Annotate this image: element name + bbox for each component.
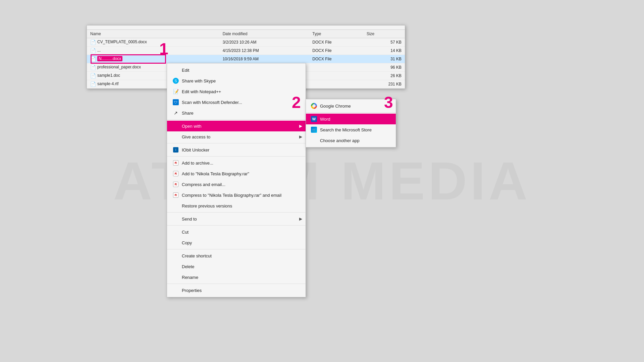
submenu-item-label: Search the Microsoft Store [320, 127, 372, 132]
menu-item-give-access[interactable]: Give access to▶ [167, 131, 306, 142]
menu-item-label: Add to "Nikola Tesla Biography.rar" [182, 171, 249, 176]
menu-separator [167, 212, 306, 213]
menu-item-create-shortcut[interactable]: Create shortcut [167, 250, 306, 261]
menu-item-label: Compress to "Nikola Tesla Biography.rar"… [182, 193, 281, 198]
winrar-icon: R [172, 192, 179, 198]
table-row[interactable]: 📄CV_TEMPLATE_0005.docx3/2/2023 10:26 AMD… [87, 38, 405, 47]
menu-item-cut[interactable]: Cut [167, 227, 306, 237]
submenu-item-store[interactable]: 🛒Search the Microsoft Store [306, 124, 396, 135]
menu-item-label: Edit with Notepad++ [182, 89, 221, 94]
menu-item-label: Delete [182, 264, 195, 269]
no-icon [172, 287, 179, 294]
submenu-arrow-icon: ▶ [299, 217, 302, 221]
no-icon [172, 263, 179, 270]
menu-item-restore-versions[interactable]: Restore previous versions [167, 200, 306, 211]
menu-item-open-with[interactable]: Open with▶ [167, 121, 306, 131]
file-icon: 📄 [90, 40, 96, 45]
selected-filename: N..........docx [97, 56, 122, 61]
menu-item-edit-notepad[interactable]: 📝Edit with Notepad++ [167, 86, 306, 97]
menu-item-compress-email[interactable]: RCompress and email... [167, 179, 306, 190]
menu-item-properties[interactable]: Properties [167, 285, 306, 296]
menu-item-copy[interactable]: Copy [167, 237, 306, 248]
file-icon: 📄 [90, 81, 96, 87]
file-icon: 📄 [90, 48, 96, 53]
menu-separator [167, 119, 306, 120]
menu-separator [167, 143, 306, 143]
menu-item-label: Open with [182, 124, 202, 129]
context-menu: EditSShare with Skype📝Edit with Notepad+… [167, 63, 306, 297]
menu-item-rename[interactable]: Rename [167, 272, 306, 283]
submenu-arrow-icon: ▶ [299, 124, 302, 128]
menu-separator [167, 284, 306, 284]
submenu-item-label: Word [320, 117, 330, 122]
step1-label: 1 [159, 40, 168, 58]
step2-label: 2 [292, 93, 301, 112]
winrar-icon: R [172, 170, 179, 177]
no-icon [172, 202, 179, 209]
menu-item-label: Copy [182, 240, 192, 245]
menu-item-share-skype[interactable]: SShare with Skype [167, 75, 306, 86]
menu-item-iobit[interactable]: iIObit Unlocker [167, 144, 306, 155]
menu-item-share[interactable]: ↗Share [167, 108, 306, 118]
file-icon: 📄 [90, 65, 96, 70]
submenu-item-label: Choose another app [320, 138, 360, 143]
menu-item-add-nikola-rar[interactable]: RAdd to "Nikola Tesla Biography.rar" [167, 168, 306, 179]
menu-item-label: Rename [182, 275, 198, 280]
no-icon [172, 67, 179, 73]
menu-item-label: IObit Unlocker [182, 147, 209, 153]
explorer-header [87, 25, 405, 30]
no-icon [172, 274, 179, 281]
file-icon: 📄 [90, 56, 96, 62]
submenu-item-label: Google Chrome [320, 104, 351, 109]
col-type[interactable]: Type [309, 30, 363, 38]
no-icon [172, 123, 179, 129]
no-icon [172, 216, 179, 222]
menu-item-compress-nikola-email[interactable]: RCompress to "Nikola Tesla Biography.rar… [167, 190, 306, 200]
col-date[interactable]: Date modified [219, 30, 309, 38]
no-icon [172, 229, 179, 235]
share-icon: ↗ [172, 110, 179, 116]
menu-item-label: Share [182, 111, 194, 116]
chrome-icon [311, 103, 317, 109]
submenu-separator [306, 112, 396, 113]
no-icon [172, 133, 179, 140]
menu-item-label: Cut [182, 230, 189, 235]
submenu-item-word[interactable]: WWord [306, 114, 396, 124]
menu-item-label: Compress and email... [182, 182, 225, 187]
file-icon: 📄 [90, 73, 96, 78]
submenu-item-chrome[interactable]: Google Chrome [306, 101, 396, 111]
menu-item-add-archive[interactable]: RAdd to archive... [167, 158, 306, 168]
no-icon [172, 252, 179, 259]
defender-icon: 🛡 [172, 99, 179, 106]
table-row[interactable]: 📄N..........docx10/16/2018 9:59 AMDOCX F… [87, 55, 405, 63]
menu-separator [167, 249, 306, 249]
col-size[interactable]: Size [363, 30, 405, 38]
menu-item-label: Scan with Microsoft Defender... [182, 100, 242, 105]
menu-item-label: Properties [182, 288, 202, 293]
iobit-icon: i [172, 146, 179, 153]
menu-item-label: Restore previous versions [182, 203, 232, 208]
menu-item-send-to[interactable]: Send to▶ [167, 214, 306, 224]
menu-item-label: Add to archive... [182, 161, 213, 166]
col-name[interactable]: Name [87, 30, 219, 38]
submenu-item-choose[interactable]: Choose another app [306, 135, 396, 146]
winrar-icon: R [172, 181, 179, 188]
submenu-arrow-icon: ▶ [299, 134, 302, 139]
no-icon [311, 137, 317, 144]
menu-item-label: Send to [182, 217, 197, 222]
skype-icon: S [172, 77, 179, 84]
menu-item-label: Give access to [182, 134, 210, 139]
menu-item-label: Share with Skype [182, 78, 216, 83]
menu-item-scan-defender[interactable]: 🛡Scan with Microsoft Defender... [167, 97, 306, 108]
menu-item-label: Edit [182, 68, 189, 73]
submenu-open-with: Google ChromeWWord🛒Search the Microsoft … [306, 99, 396, 147]
menu-separator [167, 156, 306, 157]
winrar-icon: R [172, 160, 179, 166]
menu-separator [167, 225, 306, 226]
menu-item-edit[interactable]: Edit [167, 65, 306, 75]
menu-item-delete[interactable]: Delete [167, 261, 306, 272]
step3-label: 3 [384, 93, 393, 112]
table-row[interactable]: 📄...4/15/2023 12:38 PMDOCX File14 KB [87, 47, 405, 55]
menu-item-label: Create shortcut [182, 253, 212, 258]
store-icon: 🛒 [311, 126, 317, 133]
